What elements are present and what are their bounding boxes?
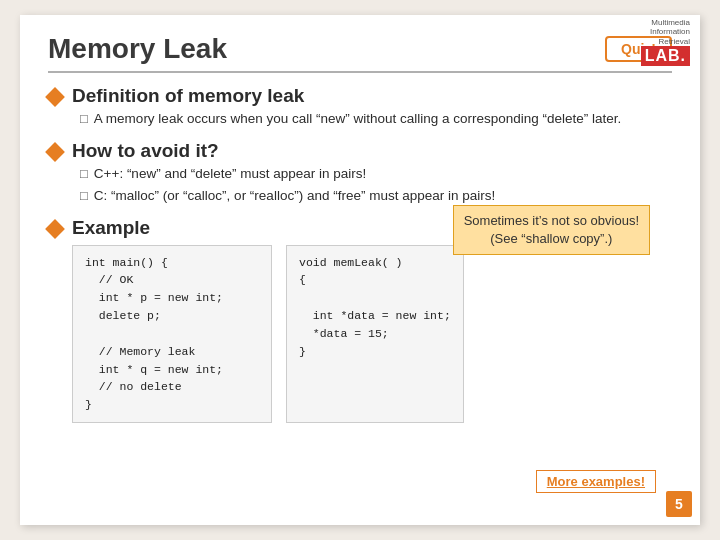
section-definition: Definition of memory leak □ A memory lea…: [48, 85, 672, 132]
section2-bullet2: □ C: “malloc” (or “calloc”, or “realloc”…: [80, 187, 672, 206]
code-area: int main() { // OK int * p = new int; de…: [72, 245, 672, 423]
logo-lab: LAB.: [641, 46, 690, 66]
sub-bullet-marker-2: □: [80, 165, 88, 183]
sub-bullet-marker-3: □: [80, 187, 88, 205]
slide-number: 5: [666, 491, 692, 517]
sub-bullet-marker-1: □: [80, 110, 88, 128]
section1-bullet1: □ A memory leak occurs when you call “ne…: [80, 110, 672, 129]
diamond-icon-1: [45, 87, 65, 107]
section2-title: How to avoid it?: [72, 140, 672, 162]
section1-content: Definition of memory leak □ A memory lea…: [72, 85, 672, 132]
more-examples-button[interactable]: More examples!: [536, 470, 656, 493]
tooltip-box: Sometimes it’s not so obvious! (See “sha…: [453, 205, 650, 255]
section2-content: How to avoid it? □ C++: “new” and “delet…: [72, 140, 672, 209]
code-box-right: void memLeak( ) { int *data = new int; *…: [286, 245, 464, 423]
section-how-to-avoid: How to avoid it? □ C++: “new” and “delet…: [48, 140, 672, 209]
diamond-icon-2: [45, 142, 65, 162]
logo: Multimedia Information Retrieval LAB.: [620, 23, 690, 61]
divider: [48, 71, 672, 73]
section2-bullet1: □ C++: “new” and “delete” must appear in…: [80, 165, 672, 184]
header-row: Memory Leak Quiz!: [48, 33, 672, 65]
slide-title: Memory Leak: [48, 33, 227, 65]
section1-title: Definition of memory leak: [72, 85, 672, 107]
logo-text: Multimedia Information Retrieval: [641, 18, 690, 47]
diamond-icon-3: [45, 219, 65, 239]
code-box-left: int main() { // OK int * p = new int; de…: [72, 245, 272, 423]
slide: Multimedia Information Retrieval LAB. Me…: [20, 15, 700, 525]
